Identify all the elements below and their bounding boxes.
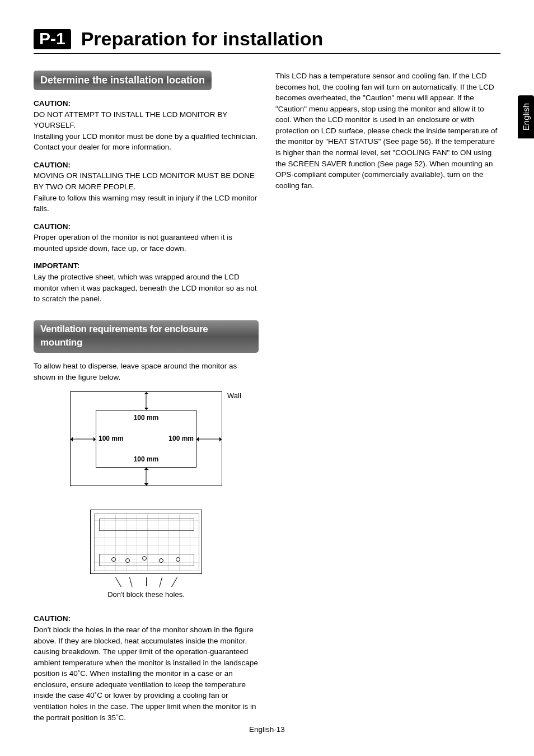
page-footer: English-13 [0,725,534,734]
important-block: IMPORTANT: Lay the protective sheet, whi… [34,260,259,304]
caution-block-ventilation: CAUTION: Don't block the holes in the re… [34,613,259,723]
dimension-top: 100 mm [134,413,159,423]
dimension-arrow-icon [197,438,221,439]
chapter-title: Preparation for installation [81,28,324,50]
right-column: This LCD has a temperature sensor and co… [275,71,500,730]
dimension-arrow-icon [146,468,147,485]
caution-text: Failure to follow this warning may resul… [34,193,259,214]
important-text: Lay the protective sheet, which was wrap… [34,272,259,305]
clearance-box: Wall 100 mm 100 mm 100 mm 100 mm [70,391,222,486]
language-tab: English [518,95,534,138]
rear-view-figure: Don't block these holes. [34,510,259,600]
clearance-figure: Wall 100 mm 100 mm 100 mm 100 mm [34,391,259,501]
section-heading-2: Ventilation requirements for enclosure m… [34,320,259,353]
caution-text: MOVING OR INSTALLING THE LCD MONITOR MUS… [34,170,259,192]
chapter-code: P-1 [34,29,71,49]
important-label: IMPORTANT: [34,260,259,272]
content-columns: Determine the installation location CAUT… [34,71,500,730]
page: English P-1 Preparation for installation… [0,0,534,756]
monitor-rear-view [90,510,202,574]
caution-text: DO NOT ATTEMPT TO INSTALL THE LCD MONITO… [34,109,259,131]
dimension-right: 100 mm [168,434,194,444]
temperature-info-text: This LCD has a temperature sensor and co… [275,71,500,191]
caution-text: Installing your LCD monitor must be done… [34,131,259,153]
section-heading-1: Determine the installation location [34,71,212,90]
caution-label: CAUTION: [34,221,259,232]
dimension-arrow-icon [146,393,147,409]
caution-block-3: CAUTION: Proper operation of the monitor… [34,221,259,254]
dimension-bottom: 100 mm [134,455,159,464]
caution-block-2: CAUTION: MOVING OR INSTALLING THE LCD MO… [34,160,259,214]
dimension-arrow-icon [71,438,95,439]
left-column: Determine the installation location CAUT… [34,71,259,730]
pointer-lines [90,577,202,590]
chapter-header: P-1 Preparation for installation [34,28,500,54]
holes-caption: Don't block these holes. [34,590,259,600]
dimension-left: 100 mm [99,434,124,444]
caution-block-1: CAUTION: DO NOT ATTEMPT TO INSTALL THE L… [34,98,259,153]
caution-text: Don't block the holes in the rear of the… [34,624,259,723]
caution-label: CAUTION: [34,160,259,171]
caution-text: Proper operation of the monitor is not g… [34,232,259,254]
caution-label: CAUTION: [34,98,259,109]
section2-intro: To allow heat to disperse, leave space a… [34,361,259,382]
wall-label: Wall [227,391,241,402]
caution-label: CAUTION: [34,613,259,624]
